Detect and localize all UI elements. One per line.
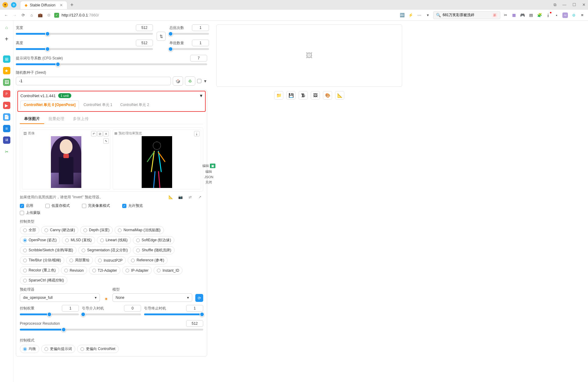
control-type-radio[interactable]: Recolor (重上色) (20, 266, 59, 274)
nav-reload-icon[interactable]: ⟳ (20, 13, 26, 17)
width-value[interactable]: 512 (136, 24, 153, 31)
control-type-radio[interactable]: Lineart (线稿) (97, 236, 131, 244)
img-clear-icon[interactable]: ⊘ (97, 131, 103, 136)
subtab-multi[interactable]: 多张上传 (69, 114, 93, 124)
out-send-extras-button[interactable]: 📐 (335, 91, 344, 100)
control-type-radio[interactable]: NormalMap (法线贴图) (115, 226, 164, 234)
browser-tab-active[interactable]: ◆ Stable Diffusion ✕ (20, 1, 67, 9)
subtab-batch[interactable]: 批量处理 (44, 114, 69, 124)
batch-size-value[interactable]: 1 (192, 40, 209, 46)
check-mask-upload[interactable]: 上传蒙版 (20, 210, 41, 215)
side-grid-icon[interactable]: ⊞ (3, 55, 10, 63)
browser-search-box[interactable]: 🔍 新 (433, 11, 500, 19)
hint-crop-icon[interactable]: 📐 (167, 194, 174, 200)
seed-input[interactable] (16, 77, 171, 85)
out-save-button[interactable]: 💾 (286, 91, 296, 100)
ext-ai-icon[interactable]: AI (562, 12, 568, 18)
url-shield-icon[interactable]: ✓ (54, 13, 59, 18)
out-send-img2img-button[interactable]: 🖼 (311, 91, 320, 100)
out-zip-button[interactable]: 🗜 (299, 91, 308, 100)
url-bar[interactable]: http://127.0.0.1:7860/ (62, 13, 99, 17)
nav-briefcase-icon[interactable]: 💼 (37, 13, 43, 17)
scissors-icon[interactable]: ✂ (503, 12, 508, 18)
nav-forward-icon[interactable]: → (12, 13, 18, 17)
height-value[interactable]: 512 (136, 40, 153, 46)
ext-tablet-icon[interactable]: ▤ (528, 12, 534, 18)
hint-swap-icon[interactable]: ⇄ (187, 194, 193, 200)
controlnet-input-image-panel[interactable]: 🖼 图像 ↶ ⊘ ✕ ✎ (22, 129, 110, 189)
subtab-single[interactable]: 单张图片 (20, 114, 44, 124)
height-slider[interactable] (16, 48, 153, 50)
guide-end-value[interactable]: 1 (186, 305, 203, 312)
window-minimize[interactable]: — (562, 2, 566, 7)
window-maximize[interactable]: ☐ (572, 2, 576, 7)
side-plus-icon[interactable]: + (3, 35, 10, 43)
window-extra-icon[interactable]: ⧉ (554, 2, 556, 7)
ext-game-icon[interactable]: 🎮 (520, 12, 525, 18)
search-input[interactable] (443, 13, 490, 17)
translate-icon[interactable]: 🔤 (399, 13, 405, 17)
control-mode-radio[interactable]: 均衡 (20, 345, 39, 353)
seed-expand-icon[interactable]: ▼ (203, 79, 207, 83)
ext-download-icon[interactable]: ⭳ (545, 12, 551, 18)
img-remove-icon[interactable]: ✕ (103, 131, 109, 136)
refresh-models-button[interactable]: ⟳ (195, 294, 203, 302)
control-mode-radio[interactable]: 更偏向提示词 (41, 345, 75, 353)
control-type-radio[interactable]: 全部 (20, 226, 39, 234)
side-scissors-icon[interactable]: ✂ (3, 148, 10, 155)
nav-home-icon[interactable]: ⌂ (29, 13, 35, 17)
width-slider[interactable] (16, 33, 153, 35)
ext-star-icon[interactable]: ⭑ (554, 12, 559, 18)
ext-purple-icon[interactable]: ▦ (511, 12, 517, 18)
out-send-inpaint-button[interactable]: 🎨 (323, 91, 332, 100)
preproc-res-value[interactable]: 512 (186, 320, 203, 327)
control-type-radio[interactable]: Canny (硬边缘) (41, 226, 78, 234)
img-undo-icon[interactable]: ↶ (91, 131, 97, 136)
control-type-radio[interactable]: InstructP2P (95, 256, 126, 264)
model-select[interactable]: None▾ (112, 293, 193, 302)
controlnet-tab-0[interactable]: ControlNet 单元 0 [OpenPose] (20, 101, 79, 109)
out-folder-button[interactable]: 📁 (274, 91, 283, 100)
swap-dimensions-button[interactable]: ⇅ (157, 32, 166, 41)
nav-bookmark-icon[interactable]: ✩ (46, 13, 52, 17)
control-type-radio[interactable]: OpenPose (姿态) (20, 236, 60, 244)
control-type-radio[interactable]: MLSD (直线) (62, 236, 95, 244)
side-doc-icon[interactable]: ≡ (3, 125, 10, 132)
guide-end-slider[interactable] (144, 313, 203, 315)
control-type-radio[interactable]: Segmentation (语义分割) (78, 246, 131, 254)
control-type-radio[interactable]: Revision (61, 266, 87, 274)
controlnet-preview-panel[interactable]: ▦ 预处理结果预览 ⭳ 编辑 ▣ 编辑 JSON 关闭 (113, 129, 201, 189)
side-play-icon[interactable]: ▶ (3, 102, 10, 109)
side-image-icon[interactable]: 🖼 (3, 79, 10, 86)
hint-webcam-icon[interactable]: 📷 (177, 194, 184, 200)
nav-back-icon[interactable]: ← (3, 13, 9, 17)
control-type-radio[interactable]: Shuffle (随机洗牌) (133, 246, 174, 254)
batch-count-value[interactable]: 1 (192, 24, 209, 31)
side-pdf-icon[interactable]: P (3, 90, 10, 97)
control-type-radio[interactable]: Tile/Blur (分块/模糊) (20, 256, 64, 264)
control-type-radio[interactable]: Scribble/Sketch (涂鸦/草图) (20, 246, 76, 254)
bolt-icon[interactable]: ⚡ (408, 13, 414, 17)
preview-download-icon[interactable]: ⭳ (194, 131, 200, 136)
preproc-select[interactable]: dw_openpose_full▾ (20, 293, 100, 302)
seed-random-button[interactable]: 🎲 (173, 76, 183, 86)
check-lowvram[interactable]: 低显存模式 (45, 203, 70, 208)
side-home-icon[interactable]: ⌂ (3, 24, 10, 31)
chevron-down-icon[interactable]: ▾ (425, 13, 431, 17)
check-pixel-perfect[interactable]: 完美像素模式 (82, 203, 110, 208)
weight-slider[interactable] (20, 313, 79, 315)
side-translate-icon[interactable]: 译 (3, 136, 10, 144)
window-close[interactable]: ✕ (582, 2, 586, 7)
controlnet-tab-1[interactable]: ControlNet 单元 1 (80, 101, 116, 109)
check-allow-preview[interactable]: ✓允许预览 (122, 203, 143, 208)
control-mode-radio[interactable]: 更偏向 ControlNet (77, 345, 119, 353)
new-tab-button[interactable]: + (70, 2, 74, 8)
seed-recycle-button[interactable]: ♻ (185, 76, 195, 86)
cfg-slider[interactable] (16, 63, 207, 65)
controlnet-collapse-icon[interactable]: ▼ (199, 93, 203, 98)
batch-size-slider[interactable] (169, 48, 209, 50)
run-preprocessor-button[interactable]: ✴ (103, 296, 109, 302)
ext-menu-icon[interactable]: ≡ (579, 12, 585, 18)
tab-close-icon[interactable]: ✕ (60, 3, 63, 7)
control-type-radio[interactable]: Reference (参考) (128, 256, 168, 264)
